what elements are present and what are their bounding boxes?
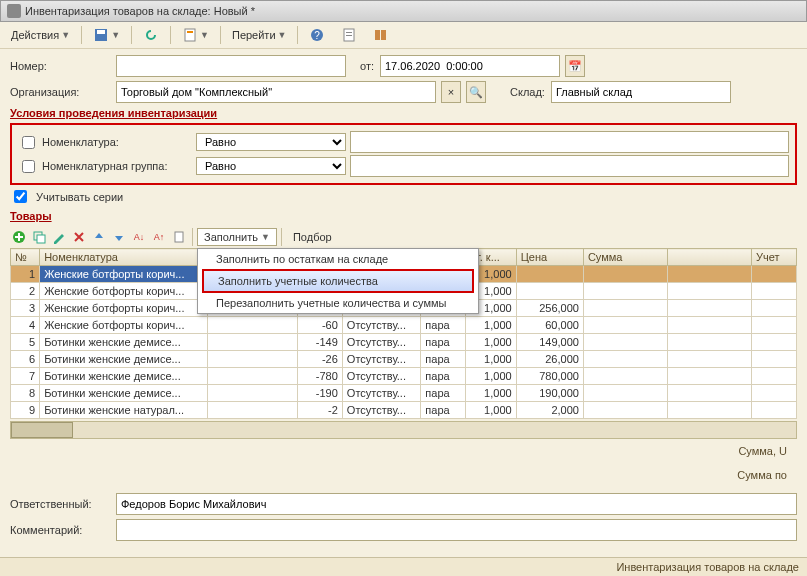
table-toolbar: A↓ A↑ Заполнить ▼ Заполнить по остаткам … bbox=[10, 226, 797, 248]
form-area: Номер: от: 📅 Организация: × 🔍 Склад: Усл… bbox=[0, 49, 807, 551]
svg-rect-8 bbox=[346, 35, 352, 36]
template-icon[interactable]: ▼ bbox=[175, 24, 216, 46]
sum-line2: Сумма по bbox=[10, 463, 797, 487]
refill-qty-sums-item[interactable]: Перезаполнить учетные количества и суммы bbox=[198, 293, 478, 313]
settings-icon[interactable] bbox=[366, 24, 396, 46]
org-clear-button[interactable]: × bbox=[441, 81, 461, 103]
group-label: Номенклатурная группа: bbox=[42, 160, 192, 172]
refresh-icon[interactable] bbox=[136, 24, 166, 46]
titlebar: Инвентаризация товаров на складе: Новый … bbox=[0, 0, 807, 22]
help-icon[interactable]: ? bbox=[302, 24, 332, 46]
svg-rect-14 bbox=[175, 232, 183, 242]
table-row[interactable]: 8Ботинки женские демисе...-190Отсутству.… bbox=[11, 385, 797, 402]
copy-row-icon[interactable] bbox=[30, 228, 48, 246]
table-row[interactable]: 6Ботинки женские демисе...-26Отсутству..… bbox=[11, 351, 797, 368]
save-icon[interactable]: ▼ bbox=[86, 24, 127, 46]
svg-rect-1 bbox=[97, 30, 105, 34]
warehouse-field[interactable] bbox=[551, 81, 731, 103]
selection-button[interactable]: Подбор bbox=[286, 228, 339, 246]
svg-rect-13 bbox=[37, 235, 45, 243]
move-down-icon[interactable] bbox=[110, 228, 128, 246]
move-up-icon[interactable] bbox=[90, 228, 108, 246]
fill-button[interactable]: Заполнить ▼ bbox=[197, 228, 277, 246]
sort-desc-icon[interactable]: A↑ bbox=[150, 228, 168, 246]
fill-dropdown: Заполнить по остаткам на складе Заполнит… bbox=[197, 248, 479, 314]
org-label: Организация: bbox=[10, 86, 110, 98]
fill-accounting-qty-item[interactable]: Заполнить учетные количества bbox=[202, 269, 474, 293]
filter-icon[interactable] bbox=[170, 228, 188, 246]
table-row[interactable]: 5Ботинки женские демисе...-149Отсутству.… bbox=[11, 334, 797, 351]
svg-rect-9 bbox=[375, 30, 380, 40]
svg-rect-3 bbox=[187, 31, 193, 33]
nomenclature-label: Номенклатура: bbox=[42, 136, 192, 148]
responsible-label: Ответственный: bbox=[10, 498, 110, 510]
sum-line1: Сумма, U bbox=[10, 439, 797, 463]
number-field[interactable] bbox=[116, 55, 346, 77]
comment-field[interactable] bbox=[116, 519, 797, 541]
comment-label: Комментарий: bbox=[10, 524, 110, 536]
status-text: Инвентаризация товаров на складе bbox=[616, 561, 799, 573]
report-icon[interactable] bbox=[334, 24, 364, 46]
edit-row-icon[interactable] bbox=[50, 228, 68, 246]
col-uch[interactable]: Учет bbox=[752, 249, 797, 266]
org-lookup-button[interactable]: 🔍 bbox=[466, 81, 486, 103]
responsible-field[interactable] bbox=[116, 493, 797, 515]
from-label: от: bbox=[360, 60, 374, 72]
table-row[interactable]: 7Ботинки женские демисе...-780Отсутству.… bbox=[11, 368, 797, 385]
actions-menu[interactable]: Действия ▼ bbox=[4, 26, 77, 44]
date-field[interactable] bbox=[380, 55, 560, 77]
group-op-select[interactable]: Равно bbox=[196, 157, 346, 175]
nomenclature-op-select[interactable]: Равно bbox=[196, 133, 346, 151]
nomenclature-checkbox[interactable] bbox=[22, 136, 35, 149]
group-checkbox[interactable] bbox=[22, 160, 35, 173]
warehouse-label: Склад: bbox=[510, 86, 545, 98]
svg-rect-2 bbox=[185, 29, 195, 41]
sort-asc-icon[interactable]: A↓ bbox=[130, 228, 148, 246]
main-toolbar: Действия ▼ ▼ ▼ Перейти ▼ ? bbox=[0, 22, 807, 49]
col-sum[interactable]: Сумма bbox=[583, 249, 667, 266]
date-picker-button[interactable]: 📅 bbox=[565, 55, 585, 77]
org-field[interactable] bbox=[116, 81, 436, 103]
delete-row-icon[interactable] bbox=[70, 228, 88, 246]
svg-text:?: ? bbox=[315, 30, 321, 41]
conditions-box: Номенклатура: Равно Номенклатурная групп… bbox=[10, 123, 797, 185]
col-nom[interactable]: Номенклатура bbox=[40, 249, 208, 266]
svg-rect-7 bbox=[346, 32, 352, 33]
go-menu[interactable]: Перейти ▼ bbox=[225, 26, 294, 44]
goods-header: Товары bbox=[10, 210, 797, 222]
conditions-header: Условия проведения инвентаризации bbox=[10, 107, 797, 119]
group-value-field[interactable] bbox=[350, 155, 789, 177]
window-title: Инвентаризация товаров на складе: Новый … bbox=[25, 5, 255, 17]
app-icon bbox=[7, 4, 21, 18]
status-bar: Инвентаризация товаров на складе bbox=[0, 557, 807, 576]
col-price[interactable]: Цена bbox=[516, 249, 583, 266]
svg-rect-10 bbox=[381, 30, 386, 40]
table-row[interactable]: 9Ботинки женские натурал...-2Отсутству..… bbox=[11, 402, 797, 419]
series-checkbox[interactable] bbox=[14, 190, 27, 203]
table-row[interactable]: 4Женские ботфорты корич...-60Отсутству..… bbox=[11, 317, 797, 334]
fill-by-stock-item[interactable]: Заполнить по остаткам на складе bbox=[198, 249, 478, 269]
nomenclature-value-field[interactable] bbox=[350, 131, 789, 153]
col-n[interactable]: № bbox=[11, 249, 40, 266]
add-row-icon[interactable] bbox=[10, 228, 28, 246]
series-label: Учитывать серии bbox=[36, 191, 123, 203]
h-scrollbar[interactable] bbox=[10, 421, 797, 439]
number-label: Номер: bbox=[10, 60, 110, 72]
